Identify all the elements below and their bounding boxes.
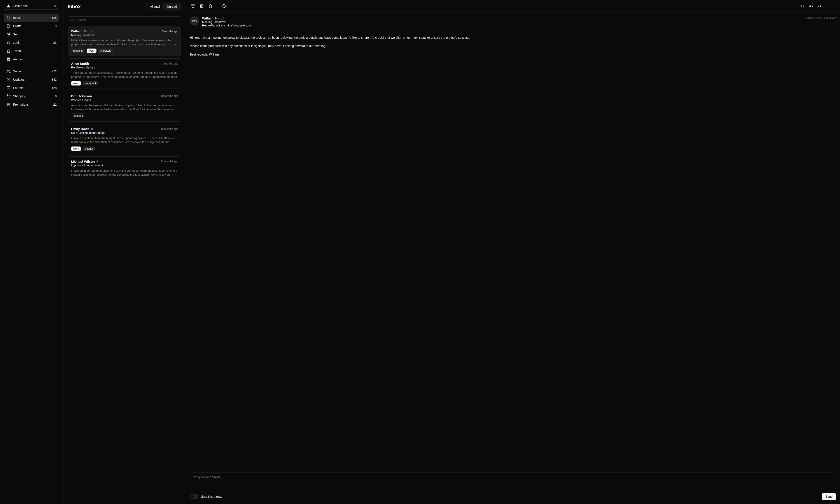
account-switcher[interactable]: Alicia Koch ⇅ xyxy=(4,2,59,10)
svg-point-12 xyxy=(833,6,833,6)
send-button[interactable]: Send xyxy=(822,493,836,500)
inbox-header: Inbox All mail Unread xyxy=(64,0,186,13)
sidebar-item-inbox[interactable]: Inbox 128 xyxy=(4,14,59,22)
sidebar-count: 128 xyxy=(52,16,57,19)
sidebar-count: 8 xyxy=(55,94,57,98)
sidebar-item-shopping[interactable]: Shopping 8 xyxy=(4,92,59,101)
mail-tag: work xyxy=(71,81,81,86)
svg-rect-1 xyxy=(7,58,10,58)
svg-point-7 xyxy=(71,19,73,21)
mail-sender: Michael Wilson xyxy=(71,160,95,163)
detail-reply-to: Reply-To: williamsmith@example.com xyxy=(202,24,803,27)
mail-subject: Weekend Plans xyxy=(71,98,178,102)
body-paragraph: Hi, let's have a meeting tomorrow to dis… xyxy=(190,35,836,40)
unread-dot-icon xyxy=(96,161,98,162)
archive-button[interactable] xyxy=(189,2,197,10)
sidebar-item-social[interactable]: Social 972 xyxy=(4,67,59,75)
separator xyxy=(826,3,826,9)
sidebar-label: Updates xyxy=(13,78,24,82)
inbox-panel: Inbox All mail Unread William Smith3 mon… xyxy=(64,0,186,504)
mail-subject: Meeting Tomorrow xyxy=(71,34,178,37)
svg-rect-9 xyxy=(200,5,203,5)
detail-body: Hi, let's have a meeting tomorrow to dis… xyxy=(186,31,840,469)
sidebar-item-forums[interactable]: Forums 128 xyxy=(4,84,59,92)
archive-x-icon xyxy=(200,4,204,8)
sidebar-item-trash[interactable]: Trash xyxy=(4,47,59,55)
message-square-icon xyxy=(6,86,11,90)
mail-tag: important xyxy=(98,49,113,53)
mail-tag: meeting xyxy=(71,49,85,53)
account-logo-icon xyxy=(7,4,10,7)
trash-icon xyxy=(209,4,212,8)
search-input[interactable] xyxy=(76,18,179,22)
svg-point-2 xyxy=(7,70,9,71)
mail-item[interactable]: Michael Wilson11 months agoImportant Ann… xyxy=(68,156,181,180)
file-icon xyxy=(6,24,11,28)
trash-button[interactable] xyxy=(207,2,214,10)
separator xyxy=(217,3,217,9)
mail-item[interactable]: Alice Smith3 months agoRe: Project Updat… xyxy=(68,58,181,89)
sidebar-label: Trash xyxy=(13,49,21,53)
reply-footer: Mute this thread Send xyxy=(190,493,836,500)
reply-all-button[interactable] xyxy=(807,2,815,10)
body-paragraph: Please come prepared with any questions … xyxy=(190,43,836,48)
reply-all-icon xyxy=(809,4,813,8)
mail-tag: budget xyxy=(83,146,95,151)
users-icon xyxy=(6,69,11,73)
sidebar-label: Junk xyxy=(13,41,20,44)
mute-label: Mute this thread xyxy=(200,495,222,498)
mail-subject: Important Announcement xyxy=(71,164,178,167)
mail-time: 3 months ago xyxy=(162,30,178,33)
mail-item[interactable]: William Smith3 months agoMeeting Tomorro… xyxy=(68,26,181,56)
search-field[interactable] xyxy=(68,16,181,24)
sidebar-count: 342 xyxy=(52,78,57,82)
mail-sender: Alice Smith xyxy=(71,62,89,66)
alert-circle-icon xyxy=(6,78,11,82)
tab-switcher: All mail Unread xyxy=(146,3,181,11)
detail-meta: William Smith Meeting Tomorrow Reply-To:… xyxy=(202,16,803,27)
reply-button[interactable] xyxy=(798,2,806,10)
mail-item[interactable]: Emily Davis10 months agoRe: Question abo… xyxy=(68,124,181,154)
forward-button[interactable] xyxy=(816,2,824,10)
sidebar-count: 21 xyxy=(53,103,57,106)
snooze-button[interactable] xyxy=(220,2,228,10)
detail-from: William Smith xyxy=(202,16,803,20)
search-icon xyxy=(71,18,74,22)
sender-avatar: WS xyxy=(190,16,199,25)
sidebar-item-updates[interactable]: Updates 342 xyxy=(4,75,59,84)
sidebar-label: Promotions xyxy=(13,103,29,106)
move-to-junk-button[interactable] xyxy=(198,2,205,10)
mail-item[interactable]: Bob Johnson10 months agoWeekend PlansAny… xyxy=(68,91,181,122)
tab-unread[interactable]: Unread xyxy=(163,3,180,10)
reply-area: Mute this thread Send xyxy=(186,469,840,504)
detail-header: WS William Smith Meeting Tomorrow Reply-… xyxy=(186,13,840,31)
unread-dot-icon xyxy=(91,128,93,130)
nav-divider xyxy=(0,65,63,66)
sidebar-item-promotions[interactable]: Promotions 21 xyxy=(4,101,59,109)
sidebar-label: Sent xyxy=(13,33,19,36)
mail-tag: work xyxy=(71,146,81,151)
sidebar-item-sent[interactable]: Sent xyxy=(4,30,59,38)
mute-toggle[interactable] xyxy=(190,494,198,499)
shopping-cart-icon xyxy=(6,94,11,98)
mail-tags: workimportant xyxy=(71,81,178,86)
mail-preview: Any plans for the weekend? I was thinkin… xyxy=(71,104,178,111)
svg-point-13 xyxy=(833,7,833,8)
more-button[interactable] xyxy=(829,2,837,10)
archive-icon xyxy=(191,4,195,8)
sidebar-label: Archive xyxy=(13,57,23,61)
sidebar-item-drafts[interactable]: Drafts 9 xyxy=(4,22,59,30)
reply-icon xyxy=(800,4,804,8)
archive-icon xyxy=(6,103,11,107)
svg-point-4 xyxy=(8,97,8,98)
sidebar-item-junk[interactable]: Junk 23 xyxy=(4,38,59,47)
trash-icon xyxy=(6,49,11,53)
tab-all-mail[interactable]: All mail xyxy=(146,3,163,10)
mail-list[interactable]: William Smith3 months agoMeeting Tomorro… xyxy=(64,26,186,504)
account-name: Alicia Koch xyxy=(13,4,28,8)
mail-subject: Re: Question about Budget xyxy=(71,131,178,134)
svg-rect-8 xyxy=(192,5,195,5)
mail-preview: I have an important announcement to make… xyxy=(71,169,178,177)
sidebar-item-archive[interactable]: Archive xyxy=(4,55,59,64)
reply-textarea[interactable] xyxy=(190,472,836,489)
